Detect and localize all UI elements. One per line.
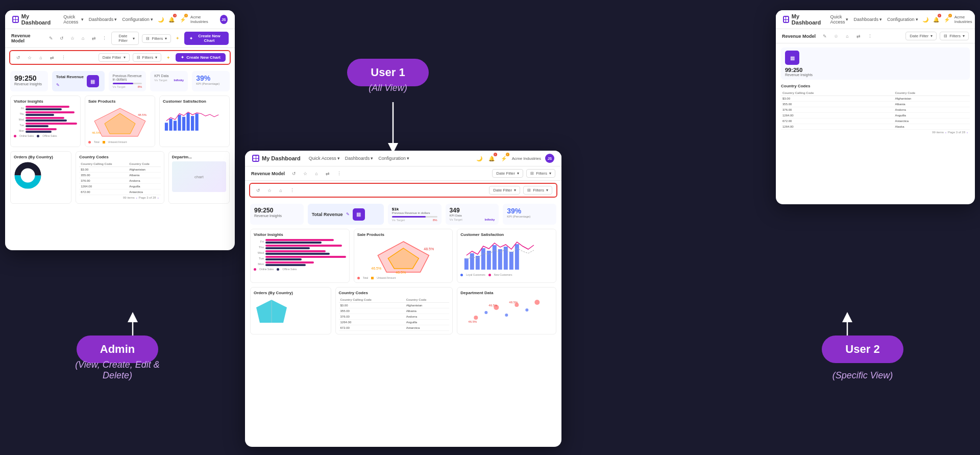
svg-text:48.5%: 48.5% <box>424 247 434 251</box>
u1-hl-home[interactable]: ⌂ <box>277 186 285 195</box>
pagination: 99 items ‹ Page 3 of 28 › <box>79 195 160 200</box>
notification-icon[interactable]: 🔔3 <box>168 15 176 23</box>
u1-home-icon[interactable]: ⌂ <box>312 170 321 178</box>
nav-menu: Quick Access ▾ Dashboards ▾ Configuratio… <box>63 14 153 25</box>
u1-hbar: Fri Thu Wed Tue Mon <box>254 239 346 266</box>
u1-country-codes: Country Codes Country Calling Code Count… <box>335 287 453 334</box>
next-page[interactable]: › <box>158 196 159 199</box>
user2-sub-label: (Specific View) <box>804 370 921 381</box>
date-filter-button[interactable]: Date Filter ▾ <box>111 32 139 45</box>
hl-filters[interactable]: ⊟ Filters ▾ <box>133 53 162 62</box>
nav-quick-u1[interactable]: Quick Access ▾ <box>309 156 340 161</box>
u2-date-filter[interactable]: Date Filter ▾ <box>905 32 937 40</box>
u2-filter-icon[interactable]: ⇄ <box>854 32 863 40</box>
hl-bookmark-icon[interactable]: ☆ <box>26 54 34 62</box>
u1-hl-filters[interactable]: ⊟ Filters ▾ <box>523 186 552 195</box>
svg-point-34 <box>526 308 529 312</box>
country-table: Country Calling Code Country Code $3.00A… <box>79 161 160 195</box>
nav-quick-u2[interactable]: Quick Access ▾ <box>830 14 848 25</box>
u1-hl-refresh[interactable]: ↺ <box>254 186 262 195</box>
alert-u1[interactable]: ⚡2 <box>500 154 508 162</box>
nav-logo-u1: My Dashboard <box>252 155 301 162</box>
nav-dashboards[interactable]: Dashboards ▾ <box>89 17 117 22</box>
avatar-u1[interactable]: JS <box>545 154 554 163</box>
hl-star-icon[interactable]: ✦ <box>164 54 173 62</box>
bookmark-icon[interactable]: ☆ <box>69 34 77 42</box>
kpi-data-lbl-u1: KPI Data <box>450 214 495 217</box>
svg-rect-10 <box>191 116 194 131</box>
u2-filters[interactable]: ⊟ Filters ▾ <box>940 32 969 40</box>
u1-cust-sat: Customer Satisfaction Loyal Customers Ne… <box>457 229 556 283</box>
visitor-insights-title: Visitor Insights <box>14 99 77 104</box>
nav-title-u2: My Dashboard <box>792 13 822 26</box>
kpi-prev-revenue: Previous Revenue in dollars Vs Target8% <box>109 71 146 91</box>
kpi-insights-u2: ▦ 99:250 Revenue Insights <box>781 47 970 80</box>
u1-hl-more[interactable]: ⋮ <box>288 186 296 195</box>
star-icon[interactable]: ✦ <box>174 34 181 42</box>
page-info: Page 3 of 28 <box>139 196 156 199</box>
u1-date-filter[interactable]: Date Filter ▾ <box>492 169 523 178</box>
theme-u2[interactable]: 🌙 <box>922 15 929 23</box>
u1-th1: Country Calling Code <box>339 297 405 303</box>
dept-chart-left: Departm... chart <box>168 151 230 204</box>
admin-bubble: Admin <box>77 336 158 363</box>
prev-page[interactable]: ‹ <box>136 196 137 199</box>
user-avatar[interactable]: JS <box>220 15 228 24</box>
u2-home-icon[interactable]: ⌂ <box>843 32 851 40</box>
nav-dashboards-u2[interactable]: Dashboards ▾ <box>853 17 882 22</box>
hl-date-filter[interactable]: Date Filter ▾ <box>99 53 130 62</box>
alert-u2[interactable]: ⚡2 <box>944 15 950 23</box>
toolbar-title: Revenue Model <box>11 33 42 43</box>
hl-home-icon[interactable]: ⌂ <box>37 54 45 62</box>
kpi-349-u1: 349 KPI Data Vs TargetInfinity <box>446 204 499 225</box>
filter-icon[interactable]: ⇄ <box>90 34 97 42</box>
alert-icon[interactable]: ⚡2 <box>179 15 186 23</box>
u1-refresh-icon[interactable]: ↺ <box>290 170 298 178</box>
u2-prev-page[interactable]: ‹ <box>945 131 946 134</box>
u1-charts-row1: Visitor Insights Fri Thu Wed Tue Mon Onl… <box>245 229 561 287</box>
svg-text:46.5%: 46.5% <box>371 267 381 270</box>
more-icon[interactable]: ⋮ <box>101 34 108 42</box>
orders-by-country-chart: Orders (By Country) <box>10 151 71 204</box>
chart-legend: Online Sales Offline Sales <box>14 134 77 137</box>
user2-label: User 2 <box>845 343 879 355</box>
edit-icon-u1[interactable]: ✎ <box>346 212 350 217</box>
u1-filter-icon[interactable]: ⇄ <box>324 170 332 178</box>
nav-configuration[interactable]: Configuration ▾ <box>122 17 153 22</box>
table-row: $3.00Afghanistan <box>339 303 450 308</box>
home-icon[interactable]: ⌂ <box>79 34 87 42</box>
svg-point-13 <box>18 165 38 186</box>
edit-icon[interactable]: ✎ <box>47 34 55 42</box>
nav-quick-access[interactable]: Quick Access ▾ <box>63 14 83 25</box>
hl-more-icon[interactable]: ⋮ <box>59 54 67 62</box>
kpi-num-u2: 99:250 <box>785 67 966 73</box>
u2-bookmark-icon[interactable]: ☆ <box>832 32 840 40</box>
hl-refresh-icon[interactable]: ↺ <box>14 54 22 62</box>
theme-toggle-icon[interactable]: 🌙 <box>157 15 164 23</box>
create-chart-button[interactable]: ✦ Create New Chart <box>184 32 229 45</box>
total-revenue-edit-icon[interactable]: ✎ <box>56 83 60 87</box>
notif-u1[interactable]: 🔔3 <box>487 154 496 162</box>
u1-cust-title: Customer Satisfaction <box>460 232 553 237</box>
svg-rect-7 <box>178 115 181 131</box>
refresh-icon[interactable]: ↺ <box>58 34 66 42</box>
nav-config-u2[interactable]: Configuration ▾ <box>887 17 918 22</box>
u1-hl-bookmark[interactable]: ☆ <box>265 186 274 195</box>
u2-more-icon[interactable]: ⋮ <box>866 32 874 40</box>
hl-create-chart[interactable]: ✦ Create New Chart <box>176 53 226 62</box>
u1-hl-date[interactable]: Date Filter ▾ <box>489 186 520 195</box>
u1-filters[interactable]: ⊟ Filters ▾ <box>526 169 555 178</box>
theme-u1[interactable]: 🌙 <box>475 154 483 162</box>
u2-next-page[interactable]: › <box>967 131 968 134</box>
u2-edit-icon[interactable]: ✎ <box>821 32 829 40</box>
percent-value: 39% <box>196 74 226 82</box>
hl-filter-icon[interactable]: ⇄ <box>48 54 56 62</box>
u1-more-icon[interactable]: ⋮ <box>335 170 343 178</box>
filters-button[interactable]: ⊟ Filters ▾ <box>142 34 171 43</box>
svg-text:48.5%: 48.5% <box>509 301 519 304</box>
toolbar-u1: Revenue Model ↺ ☆ ⌂ ⇄ ⋮ Date Filter ▾ ⊟ … <box>245 166 561 181</box>
notif-u2[interactable]: 🔔3 <box>933 15 940 23</box>
admin-dashboard-card: My Dashboard Quick Access ▾ Dashboards ▾… <box>5 10 235 250</box>
u1-bookmark-icon[interactable]: ☆ <box>301 170 309 178</box>
nav-dashboards-u1[interactable]: Dashboards ▾ <box>345 156 374 161</box>
